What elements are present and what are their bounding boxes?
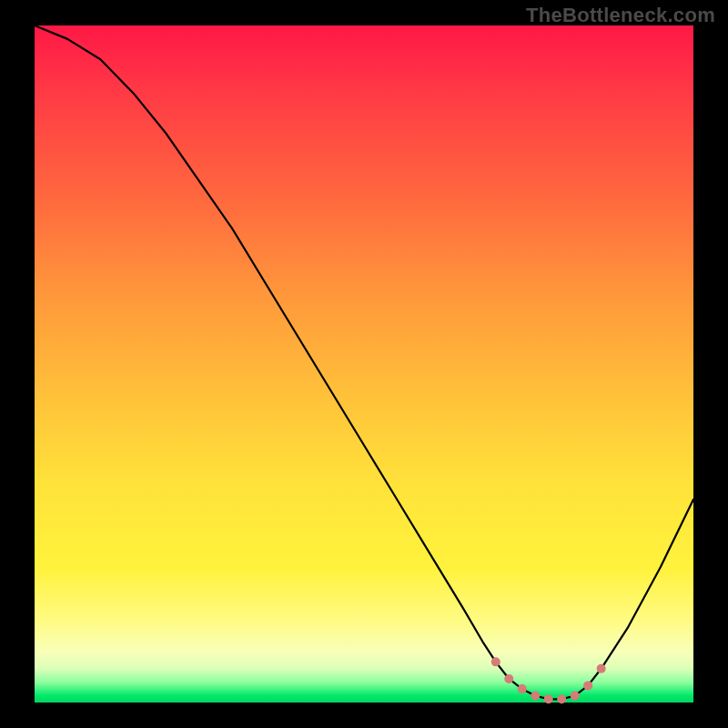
watermark-text: TheBottleneck.com [526, 4, 715, 27]
curve-svg [35, 25, 693, 703]
svg-point-0 [491, 657, 500, 666]
svg-point-5 [557, 694, 566, 703]
svg-point-3 [531, 692, 540, 701]
svg-point-4 [544, 694, 553, 703]
highlight-markers [491, 657, 606, 703]
svg-point-7 [583, 681, 592, 690]
svg-point-2 [518, 684, 527, 693]
svg-point-6 [571, 692, 580, 701]
plot-area [35, 25, 693, 703]
svg-point-1 [504, 674, 513, 683]
curve-line [35, 25, 693, 699]
svg-point-8 [597, 664, 606, 673]
chart-container: TheBottleneck.com [0, 0, 728, 728]
